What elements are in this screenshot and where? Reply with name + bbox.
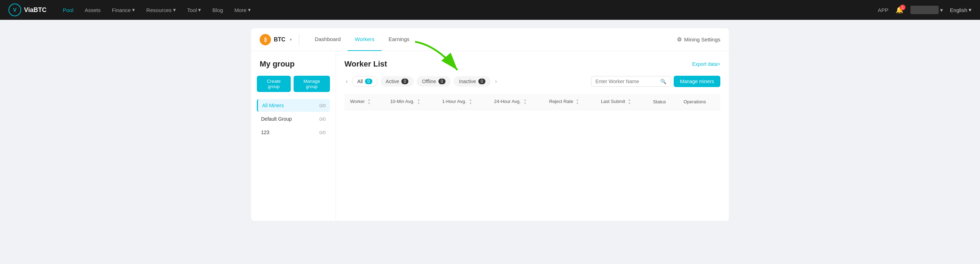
default-group-count: 0/0 <box>319 117 326 122</box>
nav-blog[interactable]: Blog <box>207 4 228 16</box>
all-miners-count: 0/0 <box>319 103 326 108</box>
content-wrapper: ₿ BTC ▾ Dashboard Workers Earnings ⚙ Min… <box>243 20 737 229</box>
col-worker: Worker ▲▼ <box>344 94 384 110</box>
offline-tab-count: 0 <box>438 78 446 84</box>
col-24hour: 24-Hour Avg. ▲▼ <box>488 94 543 110</box>
nav-right: APP 🔔 1 ▾ English ▾ <box>878 6 972 14</box>
worker-table: Worker ▲▼ 10-Min Avg. ▲▼ 1-Hour Avg. ▲▼ <box>344 94 720 110</box>
subnav-tabs: Dashboard Workers Earnings <box>308 28 677 51</box>
lang-label: English <box>950 7 967 13</box>
active-tab-label: Active <box>386 78 399 84</box>
manage-group-button[interactable]: Manage group <box>294 76 330 92</box>
mining-settings-label: Mining Settings <box>684 37 720 42</box>
nav-pool[interactable]: Pool <box>58 4 78 16</box>
all-miners-label: All Miners <box>262 102 284 108</box>
offline-tab-label: Offline <box>422 78 436 84</box>
last-submit-sort-icon[interactable]: ▲▼ <box>628 98 631 106</box>
notification-bell[interactable]: 🔔 1 <box>896 6 903 14</box>
search-area: 🔍 Manage miners <box>591 76 721 87</box>
worker-panel-inner: Worker List Export data> ‹ All 0 Active … <box>344 59 720 110</box>
10min-sort-icon[interactable]: ▲▼ <box>417 98 420 106</box>
sidebar-title: My group <box>257 59 330 69</box>
sidebar-item-all-miners[interactable]: All Miners 0/0 <box>257 99 330 112</box>
mining-settings-link[interactable]: ⚙ Mining Settings <box>677 36 720 43</box>
tab-dashboard[interactable]: Dashboard <box>308 28 348 51</box>
inactive-tab-label: Inactive <box>459 78 476 84</box>
group-123-count: 0/0 <box>319 130 326 135</box>
active-tab-count: 0 <box>401 78 409 84</box>
more-chevron-icon: ▾ <box>248 7 251 13</box>
search-input[interactable] <box>596 78 657 84</box>
nav-finance[interactable]: Finance ▾ <box>107 4 140 16</box>
all-tab-count: 0 <box>365 78 372 84</box>
nav-tool[interactable]: Tool ▾ <box>182 4 206 16</box>
coin-chevron-icon: ▾ <box>290 37 292 42</box>
24hour-sort-icon[interactable]: ▲▼ <box>523 98 527 106</box>
col-1hour: 1-Hour Avg. ▲▼ <box>436 94 488 110</box>
filter-tabs-row: ‹ All 0 Active 0 Offline 0 Inactive <box>344 76 720 87</box>
col-status: Status <box>647 94 678 110</box>
group-sidebar: My group Create group Manage group All M… <box>251 51 336 221</box>
resources-chevron-icon: ▾ <box>173 7 176 13</box>
coin-selector[interactable]: ₿ BTC ▾ <box>260 34 299 45</box>
gear-icon: ⚙ <box>677 36 682 43</box>
tool-chevron-icon: ▾ <box>198 7 201 13</box>
coin-subheader: ₿ BTC ▾ Dashboard Workers Earnings ⚙ Min… <box>251 28 729 51</box>
tab-workers[interactable]: Workers <box>348 28 382 51</box>
tab-earnings[interactable]: Earnings <box>382 28 417 51</box>
manage-miners-button[interactable]: Manage miners <box>674 76 721 87</box>
user-menu[interactable]: ▾ <box>910 6 943 14</box>
user-chevron-icon: ▾ <box>940 7 943 13</box>
worker-panel-header: Worker List Export data> <box>344 59 720 69</box>
filter-tab-offline[interactable]: Offline 0 <box>417 76 451 87</box>
worker-list-title: Worker List <box>344 59 387 69</box>
col-reject-rate: Reject Rate ▲▼ <box>544 94 595 110</box>
export-data-link[interactable]: Export data> <box>692 61 720 67</box>
nav-links: Pool Assets Finance ▾ Resources ▾ Tool ▾… <box>58 4 256 16</box>
btc-icon: ₿ <box>260 34 271 45</box>
filter-tab-all[interactable]: All 0 <box>352 76 377 87</box>
nav-assets[interactable]: Assets <box>80 4 106 16</box>
group-list: All Miners 0/0 Default Group 0/0 123 0/0 <box>257 99 330 139</box>
nav-more[interactable]: More ▾ <box>229 4 255 16</box>
nav-left: V ViaBTC Pool Assets Finance ▾ Resources… <box>8 3 256 16</box>
sidebar-item-123[interactable]: 123 0/0 <box>257 126 330 139</box>
sidebar-actions: Create group Manage group <box>257 76 330 92</box>
filter-tab-active[interactable]: Active 0 <box>380 76 414 87</box>
filter-prev-arrow[interactable]: ‹ <box>344 77 349 86</box>
col-last-submit: Last Submit ▲▼ <box>595 94 647 110</box>
sidebar-item-default-group[interactable]: Default Group 0/0 <box>257 112 330 125</box>
filter-tab-inactive[interactable]: Inactive 0 <box>453 76 491 87</box>
col-10min: 10-Min Avg. ▲▼ <box>384 94 436 110</box>
user-avatar <box>910 6 939 14</box>
top-navigation: V ViaBTC Pool Assets Finance ▾ Resources… <box>0 0 980 20</box>
logo[interactable]: V ViaBTC <box>8 3 47 16</box>
default-group-label: Default Group <box>261 116 292 122</box>
lang-chevron-icon: ▾ <box>969 7 972 13</box>
filter-next-arrow[interactable]: › <box>493 77 498 86</box>
search-icon[interactable]: 🔍 <box>660 78 666 84</box>
reject-rate-sort-icon[interactable]: ▲▼ <box>576 98 579 106</box>
1hour-sort-icon[interactable]: ▲▼ <box>469 98 472 106</box>
app-link[interactable]: APP <box>878 7 888 13</box>
finance-chevron-icon: ▾ <box>132 7 135 13</box>
all-tab-label: All <box>357 78 363 84</box>
col-operations: Operations <box>678 94 720 110</box>
worker-panel: Worker List Export data> ‹ All 0 Active … <box>336 51 729 221</box>
create-group-button[interactable]: Create group <box>257 76 291 92</box>
nav-resources[interactable]: Resources ▾ <box>141 4 181 16</box>
logo-icon: V <box>8 3 21 16</box>
language-selector[interactable]: English ▾ <box>950 7 972 13</box>
coin-label: BTC <box>274 37 285 43</box>
logo-text: ViaBTC <box>24 6 47 14</box>
worker-sort-icon[interactable]: ▲▼ <box>368 98 371 106</box>
main-panel: My group Create group Manage group All M… <box>251 51 729 221</box>
notification-badge: 1 <box>900 5 905 10</box>
table-header: Worker ▲▼ 10-Min Avg. ▲▼ 1-Hour Avg. ▲▼ <box>344 94 720 110</box>
search-input-wrap: 🔍 <box>591 76 671 87</box>
inactive-tab-count: 0 <box>478 78 486 84</box>
group-123-label: 123 <box>261 130 269 135</box>
